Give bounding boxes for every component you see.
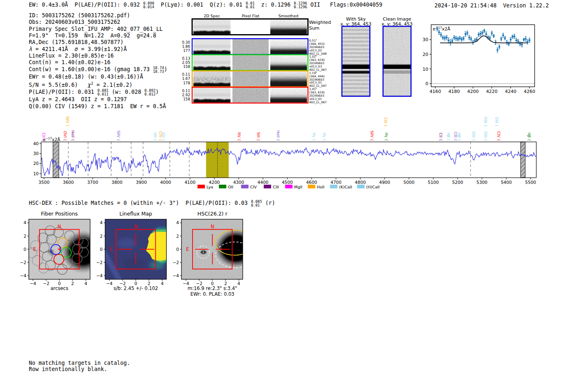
legend-label: (H)CaII [366,185,380,189]
spec2d-column-title: Smoothed [279,14,299,18]
figure-canvas: 2D SpecPixel FlatSmoothedWeightedSum0.30… [0,0,576,392]
x-tick-label: 2 [71,281,74,286]
spectral-line-label: Hγ { [322,132,326,141]
cutout-panel-title: Fiber Positions [41,211,78,217]
spectral-line-label: Hβ { [527,132,531,141]
imaging-cutouts: NE−4−4−2−2002244Fiber PositionsarcsecsNE… [20,211,258,297]
x-tick-label: 4240 [505,89,516,94]
y-tick-label: 20 [423,52,428,57]
fiber-weight-label: 2.05 [182,60,190,65]
x-tick-label: 3800 [111,180,123,185]
cutout-caption: arcsecs [51,285,68,291]
legend-swatch [219,185,226,188]
x-tick-label: −2 [43,281,49,286]
y-tick-label: 0 [176,247,179,252]
spectral-line-label: OII { [153,132,157,141]
fiber-weight-label: 0.11 [182,89,190,93]
north-label: N [134,224,138,230]
y-tick-label: 30 [423,37,428,42]
spectral-line-label: OVI { [63,131,67,141]
x-tick-label: 4260 [524,89,535,94]
fiber-weight-label: 0.11 [182,72,190,77]
spectral-line-label: SiII { [256,132,260,141]
east-label: E [109,246,112,252]
legend-label: MgII [294,185,302,189]
x-tick-label: 4900 [379,180,390,185]
spectral-line-label: Hβ { [457,132,461,141]
withsky-clean-panels: With Skyx, y: 364, 453Clean Imagex, y: 3… [340,16,412,96]
y-tick-label: 2 [176,234,179,239]
spectral-line-label: OII { [161,132,165,141]
x-tick-label: 5500 [525,180,536,185]
legend-label: (K)CaII [339,185,352,189]
fiber-weight-label: 2.92 [182,93,190,97]
x-tick-label: 5000 [404,180,415,185]
legend-swatch [285,185,293,188]
x-tick-label: 4800 [355,180,366,185]
y-tick-label: 0 [425,81,428,86]
x-tick-label: 4200 [209,180,220,185]
y-tick-label: 4 [176,220,179,225]
spectral-line-label: SiIV { [116,130,121,141]
x-tick-label: 5200 [452,180,463,185]
x-tick-label: 5300 [476,180,488,185]
fiber-weight-label: 158 [183,65,190,69]
x-tick-label: 4400 [258,180,269,185]
spectral-line-label: Hβ { [446,132,451,141]
cutout-caption: m:16.9 re:2.3" s:3.4" [188,285,237,291]
cutout-caption2: EWr: 0. PLAE: 0.03 [190,291,235,297]
fiber-weight-label: 177 [183,49,190,53]
x-tick-label: 5400 [501,180,512,185]
x-tick-label: 4 [84,281,87,286]
y-tick-label: −4 [96,273,103,278]
legend-label: OII [228,185,233,189]
fiber-weight-label: 1.67 [182,77,190,81]
x-tick-label: 4600 [306,180,317,185]
fiber-weight-label: 0.13 [182,56,190,60]
x-tick-label: 3500 [39,180,50,185]
x-tick-label: 4180 [448,89,460,94]
legend-swatch [197,185,205,188]
x-tick-label: 4700 [330,180,341,185]
spectral-line-label: CIII { [453,132,458,141]
fiber-weight-label: 178 [183,81,190,85]
y-tick-label: −4 [20,273,27,278]
legend-label: CIV [250,185,257,189]
north-label: N [211,224,214,230]
y-tick-label: −4 [173,273,179,278]
x-tick-label: 4300 [233,180,244,185]
legend-label: Lyα [207,185,213,189]
x-tick-label: 3700 [87,180,98,185]
weighted-sum-label: Sum [309,26,319,31]
line-fit-zoom-plot: 4160418042004220424042600102030e−17x2Å [423,25,535,94]
y-tick-label: 2 [23,234,26,239]
spectral-line-label: SiIV { [370,130,374,141]
x-tick-label: 4200 [467,89,479,94]
svg-text:e−17x2Å: e−17x2Å [433,26,451,31]
x-tick-label: 4160 [430,89,441,94]
spectral-line-label: OIII { [483,131,488,141]
spectral-line-label: HeII { [71,130,75,141]
legend-swatch [264,185,271,188]
x-tick-label: 4220 [486,89,497,94]
legend-swatch [241,185,249,188]
spectral-line-label: NV { [237,132,241,141]
fiber-weight-label: 0.30 [182,40,190,44]
spectral-line-label: HeII { [276,130,280,141]
cutout-caption: s/b: 2.45 +/- 0.102 [114,285,158,291]
legend-label: HeII [317,185,325,189]
x-tick-label: 4500 [282,180,293,185]
x-tick-label: 4000 [160,180,171,185]
cutout-panel-title: Lineflux Map [119,211,152,217]
y-tick-label: 10 [423,67,428,72]
y-tick-label: −2 [96,260,102,265]
x-tick-label: 3600 [63,180,74,185]
fiber-id-label: 402_LL_067 [309,100,327,104]
x-tick-label: 5100 [428,180,439,185]
y-tick-label: 4 [23,220,26,225]
weighted-sum-label: Weighted [309,20,331,25]
legend-swatch [357,185,365,188]
y-tick-label: 2 [100,234,103,239]
y-tick-label: 10 [33,171,39,176]
y-tick-label: −2 [173,260,179,265]
